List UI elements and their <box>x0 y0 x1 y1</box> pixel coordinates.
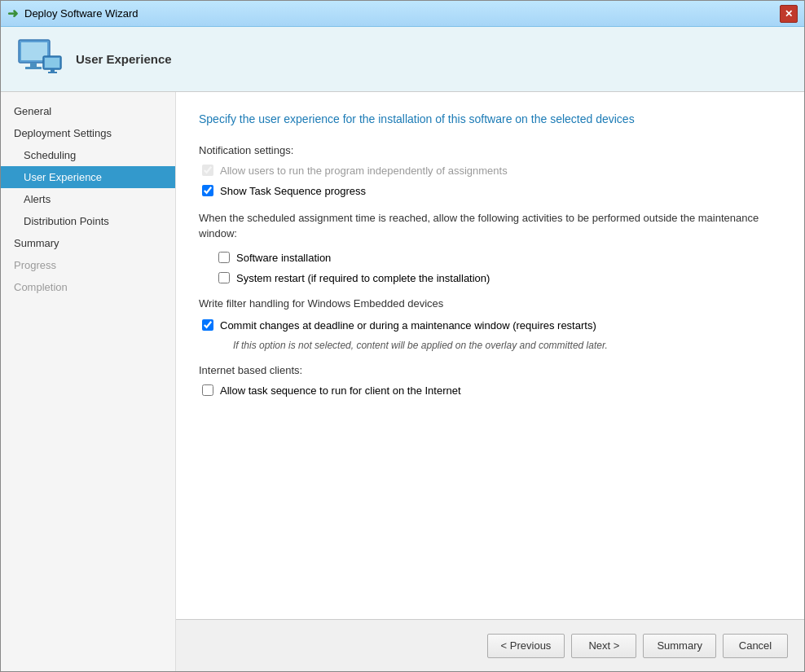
allow-users-label: Allow users to run the program independe… <box>220 165 508 177</box>
sidebar-item-progress: Progress <box>1 254 175 276</box>
sidebar-item-user-experience[interactable]: User Experience <box>1 166 175 188</box>
software-install-row[interactable]: Software installation <box>215 252 781 264</box>
title-arrow-icon: ➜ <box>7 6 18 21</box>
sidebar-item-scheduling[interactable]: Scheduling <box>1 144 175 166</box>
sidebar-item-completion: Completion <box>1 276 175 298</box>
title-bar: ➜ Deploy Software Wizard ✕ <box>1 1 804 27</box>
computer-icon-svg <box>17 37 63 82</box>
previous-button[interactable]: < Previous <box>487 634 565 658</box>
internet-label-text: Allow task sequence to run for client on… <box>220 384 461 397</box>
allow-users-row: Allow users to run the program independe… <box>199 165 781 177</box>
internet-checkbox[interactable] <box>202 384 213 396</box>
sidebar-item-general[interactable]: General <box>1 100 175 122</box>
svg-rect-6 <box>51 69 55 72</box>
main-window: ➜ Deploy Software Wizard ✕ User Experien… <box>0 0 805 672</box>
internet-row[interactable]: Allow task sequence to run for client on… <box>199 384 781 397</box>
main-content: General Deployment Settings Scheduling U… <box>1 92 804 671</box>
commit-changes-row[interactable]: Commit changes at deadline or during a m… <box>199 319 781 332</box>
software-install-label: Software installation <box>236 252 331 264</box>
commit-changes-label: Commit changes at deadline or during a m… <box>220 319 596 332</box>
svg-rect-2 <box>30 63 37 67</box>
sidebar-item-summary[interactable]: Summary <box>1 232 175 254</box>
notification-label: Notification settings: <box>199 144 781 156</box>
footer-bar: < Previous Next > Summary Cancel <box>176 619 804 671</box>
allow-users-checkbox <box>202 165 213 176</box>
summary-button[interactable]: Summary <box>643 634 716 658</box>
next-button[interactable]: Next > <box>571 634 636 658</box>
svg-rect-3 <box>25 67 42 69</box>
sidebar-item-deployment-settings[interactable]: Deployment Settings <box>1 122 175 144</box>
content-area: Specify the user experience for the inst… <box>176 92 804 671</box>
indented-section: Software installation System restart (if… <box>199 252 781 284</box>
write-filter-section: Write filter handling for Windows Embedd… <box>199 297 781 310</box>
commit-changes-checkbox[interactable] <box>202 319 213 331</box>
sidebar: General Deployment Settings Scheduling U… <box>1 92 176 671</box>
content-body: Specify the user experience for the inst… <box>176 92 804 619</box>
system-restart-row[interactable]: System restart (if required to complete … <box>215 272 781 284</box>
show-progress-checkbox[interactable] <box>202 185 213 196</box>
commit-note: If this option is not selected, content … <box>199 340 781 351</box>
header-title: User Experience <box>76 52 172 66</box>
window-title: Deploy Software Wizard <box>24 7 138 20</box>
write-filter-label: Write filter handling for Windows Embedd… <box>199 297 781 310</box>
show-progress-row[interactable]: Show Task Sequence progress <box>199 185 781 197</box>
maintenance-text: When the scheduled assignment time is re… <box>199 210 781 242</box>
cancel-button[interactable]: Cancel <box>723 634 788 658</box>
close-button[interactable]: ✕ <box>780 5 798 23</box>
svg-rect-7 <box>48 72 57 73</box>
internet-label: Internet based clients: <box>199 364 781 376</box>
svg-rect-5 <box>45 58 59 68</box>
title-bar-left: ➜ Deploy Software Wizard <box>7 6 138 21</box>
system-restart-label: System restart (if required to complete … <box>236 272 490 284</box>
system-restart-checkbox[interactable] <box>218 272 230 283</box>
sidebar-item-distribution-points[interactable]: Distribution Points <box>1 210 175 232</box>
header-bar: User Experience <box>1 27 804 92</box>
sidebar-item-alerts[interactable]: Alerts <box>1 188 175 210</box>
user-experience-icon <box>17 37 63 82</box>
software-install-checkbox[interactable] <box>218 252 230 263</box>
show-progress-label: Show Task Sequence progress <box>220 185 366 197</box>
content-title: Specify the user experience for the inst… <box>199 112 781 128</box>
